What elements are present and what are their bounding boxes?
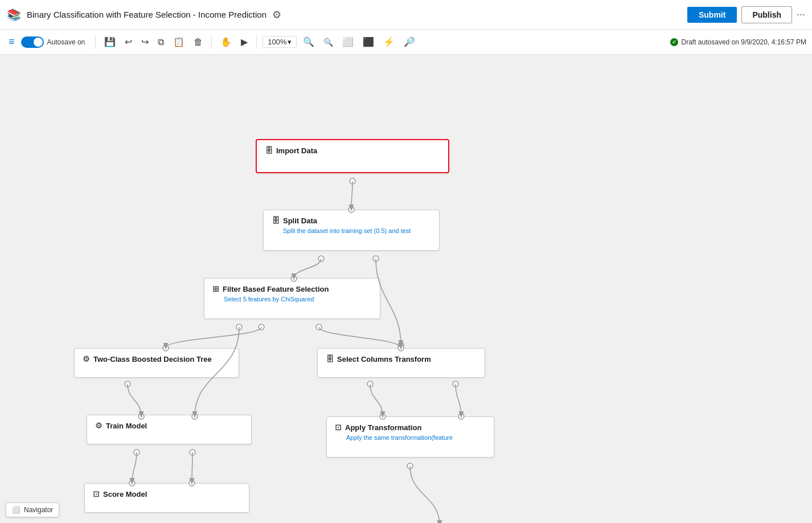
select-columns-transform-icon: 🗄 — [326, 354, 334, 363]
lightning-button[interactable]: ⚡ — [380, 34, 397, 50]
filter-feature-selection-node[interactable]: ⊞ Filter Based Feature Selection Select … — [204, 278, 380, 319]
toolbar-separator-2 — [211, 35, 212, 49]
score-model-icon: ⊡ — [93, 489, 100, 499]
redo-button[interactable]: ↪ — [138, 34, 151, 50]
autosave-switch[interactable] — [21, 36, 44, 48]
run-button[interactable]: ▶ — [238, 34, 251, 50]
minimap-button[interactable]: ⬛ — [360, 34, 377, 50]
navigator-label: Navigator — [24, 506, 53, 514]
svg-point-6 — [259, 324, 264, 330]
undo-button[interactable]: ↩ — [122, 34, 135, 50]
svg-point-12 — [236, 324, 242, 330]
fit-view-button[interactable]: ⬜ — [339, 34, 356, 50]
svg-point-18 — [134, 450, 140, 455]
svg-point-0 — [350, 178, 355, 184]
zoom-in-button[interactable]: 🔍 — [300, 34, 317, 50]
filter-feature-subtitle: Select 5 features by ChiSquared — [212, 296, 372, 303]
two-class-boosted-node[interactable]: ⚙ Two-Class Boosted Decision Tree — [74, 348, 239, 378]
split-data-icon: 🗄 — [272, 216, 280, 225]
autosave-dot — [670, 38, 678, 46]
train-model-node[interactable]: ⚙ Train Model — [87, 415, 252, 444]
two-class-title: ⚙ Two-Class Boosted Decision Tree — [83, 354, 231, 363]
search-button[interactable]: 🔎 — [401, 34, 418, 50]
filter-feature-title: ⊞ Filter Based Feature Selection — [212, 284, 372, 293]
toolbar: ≡ Autosave on 💾 ↩ ↪ ⧉ 📋 🗑 ✋ ▶ 100% ▾ 🔍 🔍… — [0, 30, 812, 55]
import-data-node[interactable]: 🗄 Import Data — [256, 139, 449, 173]
svg-point-22 — [407, 463, 413, 469]
navigator-icon: ⬜ — [12, 506, 20, 514]
select-columns-transform-node[interactable]: 🗄 Select Columns Transform — [317, 348, 485, 378]
filter-feature-icon: ⊞ — [212, 284, 219, 293]
split-data-subtitle: Split the dataset into training set (0.5… — [272, 227, 431, 234]
svg-point-16 — [453, 381, 458, 387]
autosave-text: Draft autosaved on 9/9/2020, 4:16:57 PM — [682, 38, 806, 46]
split-data-node[interactable]: 🗄 Split Data Split the dataset into trai… — [263, 210, 440, 251]
submit-button[interactable]: Submit — [687, 7, 737, 23]
pan-button[interactable]: ✋ — [218, 34, 235, 50]
paste-button[interactable]: 📋 — [170, 34, 187, 50]
zoom-out-button[interactable]: 🔍 — [321, 35, 336, 49]
apply-transformation-icon: ⊡ — [335, 423, 342, 432]
autosave-status: Draft autosaved on 9/9/2020, 4:16:57 PM — [670, 38, 806, 46]
zoom-chevron: ▾ — [288, 38, 292, 46]
more-options-icon[interactable]: ··· — [797, 9, 805, 21]
toolbar-separator-3 — [256, 35, 257, 49]
svg-point-2 — [318, 256, 324, 262]
two-class-icon: ⚙ — [83, 354, 90, 363]
page-title: Binary Classification with Feature Selec… — [27, 10, 266, 19]
copy-button[interactable]: ⧉ — [155, 35, 167, 50]
svg-point-4 — [373, 256, 379, 262]
autosave-label: Autosave on — [47, 38, 85, 46]
train-model-title: ⚙ Train Model — [95, 421, 243, 430]
import-data-icon: 🗄 — [265, 146, 273, 155]
header: 📚 Binary Classification with Feature Sel… — [0, 0, 812, 30]
header-right: Submit Publish ··· — [687, 6, 805, 23]
settings-icon[interactable]: ⚙ — [272, 9, 281, 21]
header-left: 📚 Binary Classification with Feature Sel… — [7, 8, 281, 22]
toolbar-separator-1 — [95, 35, 96, 49]
score-model-title: ⊡ Score Model — [93, 489, 241, 499]
apply-transformation-node[interactable]: ⊡ Apply Transformation Apply the same tr… — [326, 416, 494, 457]
pipeline-canvas[interactable]: 🗄 Import Data 🗄 Split Data Split the dat… — [0, 55, 812, 523]
split-data-title: 🗄 Split Data — [272, 216, 431, 225]
svg-point-14 — [367, 381, 373, 387]
svg-point-10 — [125, 381, 130, 387]
sidebar-toggle-button[interactable]: ≡ — [6, 34, 18, 50]
score-model-node[interactable]: ⊡ Score Model — [84, 483, 249, 513]
zoom-control[interactable]: 100% ▾ — [263, 36, 297, 48]
svg-point-5 — [398, 342, 404, 348]
publish-button[interactable]: Publish — [741, 6, 792, 23]
svg-point-20 — [190, 450, 195, 455]
select-columns-transform-title: 🗄 Select Columns Transform — [326, 354, 477, 363]
save-button[interactable]: 💾 — [101, 34, 118, 50]
train-model-icon: ⚙ — [95, 421, 102, 430]
zoom-value: 100% — [268, 38, 286, 46]
navigator-button[interactable]: ⬜ Navigator — [6, 502, 59, 517]
delete-button[interactable]: 🗑 — [191, 35, 206, 50]
svg-point-8 — [316, 324, 322, 330]
autosave-toggle: Autosave on — [21, 36, 85, 48]
library-icon: 📚 — [7, 8, 21, 22]
apply-transformation-subtitle: Apply the same transformation(feature — [335, 434, 486, 441]
import-data-title: 🗄 Import Data — [265, 146, 440, 155]
apply-transformation-title: ⊡ Apply Transformation — [335, 423, 486, 432]
